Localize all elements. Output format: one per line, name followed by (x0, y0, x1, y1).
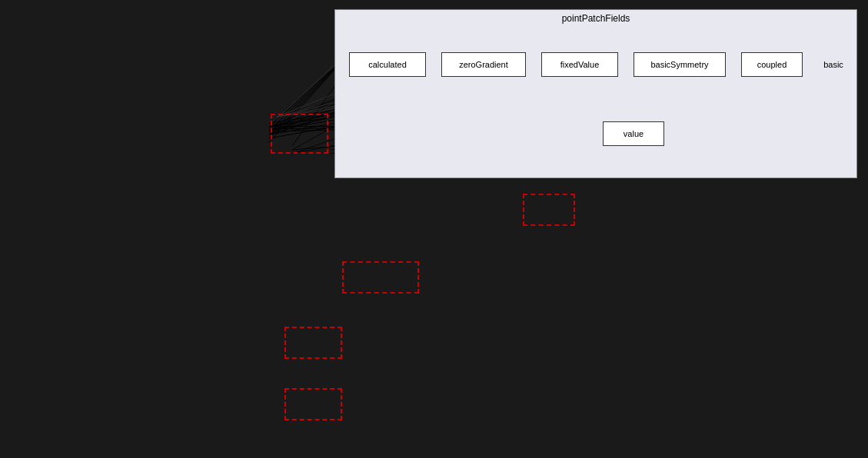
basic-label: basic (818, 52, 849, 77)
calculated-node[interactable]: calculated (349, 52, 426, 77)
red-dashed-node-2[interactable] (523, 194, 575, 226)
red-dashed-node-1[interactable] (271, 114, 328, 154)
diagram-area: pointPatchFields calculated zeroGradient… (0, 0, 868, 458)
coupled-node[interactable]: coupled (741, 52, 803, 77)
red-dashed-node-5[interactable] (284, 388, 342, 420)
zerogradient-node[interactable]: zeroGradient (441, 52, 526, 77)
value-node[interactable]: value (603, 121, 664, 146)
red-dashed-node-3[interactable] (342, 261, 419, 294)
basicsymmetry-node[interactable]: basicSymmetry (634, 52, 726, 77)
main-container-title: pointPatchFields (335, 13, 856, 24)
main-container: pointPatchFields calculated zeroGradient… (334, 9, 857, 178)
red-dashed-node-4[interactable] (284, 327, 342, 359)
fixedvalue-node[interactable]: fixedValue (541, 52, 618, 77)
